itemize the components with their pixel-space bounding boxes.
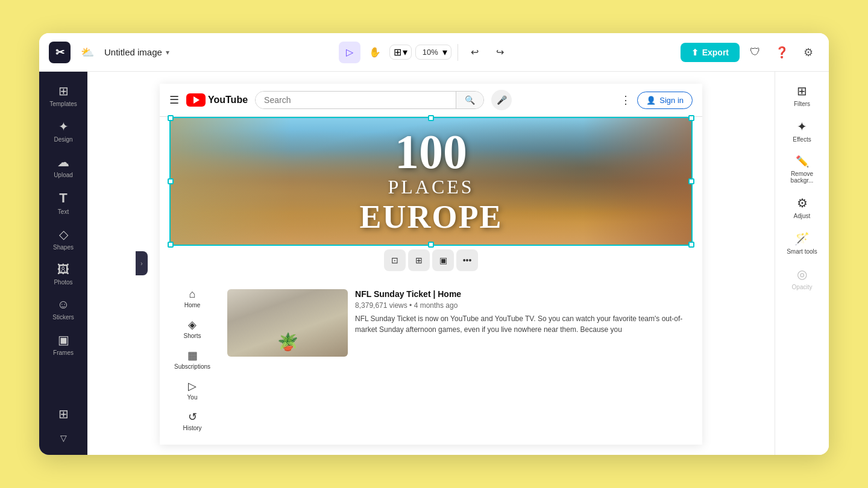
- yt-menu-icon[interactable]: ☰: [169, 93, 179, 107]
- resize-handle-mr[interactable]: [688, 178, 694, 184]
- help-button[interactable]: ❓: [771, 42, 793, 63]
- resize-handle-tm[interactable]: [428, 115, 434, 121]
- sidebar-grid-button[interactable]: ⊞: [43, 402, 84, 426]
- document-title: Untitled image: [104, 47, 162, 57]
- top-bar-right: ⬆ Export 🛡 ❓ ⚙: [681, 42, 819, 63]
- frame-tool-button[interactable]: ▣: [432, 249, 454, 271]
- resize-handle-tr[interactable]: [688, 115, 694, 121]
- upload-label: Upload: [54, 172, 73, 178]
- yt-header-right: ⋮ 👤 Sign in: [620, 92, 693, 109]
- sidebar-expand-button[interactable]: ▽: [43, 428, 84, 448]
- sidebar-item-text[interactable]: T Text: [43, 186, 84, 220]
- shapes-label: Shapes: [53, 244, 74, 251]
- export-button[interactable]: ⬆ Export: [681, 43, 740, 62]
- yt-home-icon: ⌂: [189, 288, 196, 301]
- adjust-tool[interactable]: ⚙ Adjust: [779, 191, 825, 224]
- sidebar-item-design[interactable]: ✦ Design: [43, 114, 84, 148]
- top-bar-center: ▷ ✋ ⊞ ▾ 10% ▾ ↩ ↪: [177, 42, 673, 63]
- yt-video-title[interactable]: NFL Sunday Ticket | Home: [355, 289, 688, 299]
- canvas-layout: ☰ YouTube 🔍: [87, 72, 775, 455]
- yt-thumbnail-image: 🪴: [227, 289, 348, 357]
- cloud-save-icon: ⛅: [81, 46, 94, 59]
- yt-nav-subscriptions[interactable]: ▦ Subscriptions: [169, 345, 215, 374]
- opacity-tool[interactable]: ◎ Opacity: [779, 262, 825, 295]
- toolbar-divider: [458, 44, 458, 61]
- image-toolbar: ⊡ ⊞ ▣ •••: [160, 246, 702, 275]
- yt-shorts-label: Shorts: [184, 333, 201, 339]
- zoom-chevron-icon: ▾: [442, 46, 447, 58]
- yt-you-icon: ▷: [188, 380, 197, 393]
- layout-chevron-icon: ▾: [403, 46, 407, 58]
- smart-tools-icon: 🪄: [794, 231, 810, 246]
- more-tools-button[interactable]: •••: [456, 249, 478, 271]
- yt-search-input[interactable]: [256, 92, 456, 108]
- remove-background-tool[interactable]: ✏️ Remove backgr...: [779, 150, 825, 189]
- effects-icon: ✦: [797, 119, 807, 134]
- filters-label: Filters: [794, 101, 810, 107]
- yt-more-icon[interactable]: ⋮: [620, 93, 631, 107]
- resize-handle-tl[interactable]: [168, 115, 174, 121]
- sidebar-item-photos[interactable]: 🖼 Photos: [43, 258, 84, 290]
- yt-search-button[interactable]: 🔍: [456, 92, 483, 108]
- filters-tool[interactable]: ⊞ Filters: [779, 79, 825, 112]
- resize-handle-bl[interactable]: [168, 242, 174, 248]
- grid-tool-button[interactable]: ⊞: [408, 249, 430, 271]
- yt-nav-history[interactable]: ↺ History: [169, 407, 215, 435]
- stickers-label: Stickers: [52, 314, 74, 321]
- resize-handle-bm[interactable]: [428, 242, 434, 248]
- upload-icon: ☁: [57, 155, 69, 169]
- banner-number: 100: [359, 128, 502, 176]
- yt-logo-icon: [186, 93, 206, 107]
- title-area[interactable]: Untitled image ▾: [104, 47, 169, 57]
- hand-tool-button[interactable]: ✋: [364, 42, 386, 63]
- cursor-tool-button[interactable]: ▷: [339, 42, 360, 63]
- yt-nav-home[interactable]: ⌂ Home: [169, 284, 215, 312]
- redo-button[interactable]: ↪: [489, 42, 511, 63]
- right-sidebar: ⊞ Filters ✦ Effects ✏️ Remove backgr... …: [775, 72, 829, 455]
- yt-sign-in-button[interactable]: 👤 Sign in: [637, 92, 693, 109]
- yt-sidebar-nav: ⌂ Home ◈ Shorts ▦ Subscr: [169, 284, 215, 435]
- shield-button[interactable]: 🛡: [744, 42, 766, 63]
- text-label: Text: [58, 208, 69, 215]
- filters-icon: ⊞: [797, 84, 807, 98]
- yt-sign-in-label: Sign in: [659, 96, 684, 105]
- yt-nav-shorts[interactable]: ◈ Shorts: [169, 314, 215, 343]
- yt-thumbnail[interactable]: 🪴: [227, 289, 348, 357]
- smart-tools-tool[interactable]: 🪄 Smart tools: [779, 227, 825, 260]
- sidebar-item-templates[interactable]: ⊞ Templates: [43, 79, 84, 112]
- sidebar-item-shapes[interactable]: ◇ Shapes: [43, 222, 84, 255]
- zoom-control[interactable]: 10% ▾: [415, 45, 451, 60]
- sidebar-item-stickers[interactable]: ☺ Stickers: [43, 293, 84, 325]
- logo-icon: ✂: [55, 46, 64, 59]
- sidebar-item-frames[interactable]: ▣ Frames: [43, 328, 84, 361]
- layout-selector[interactable]: ⊞ ▾: [389, 45, 412, 60]
- yt-search-bar[interactable]: 🔍: [255, 91, 484, 109]
- yt-mic-button[interactable]: 🎤: [491, 90, 512, 110]
- logo-button[interactable]: ✂: [49, 42, 71, 63]
- sidebar-item-upload[interactable]: ☁ Upload: [43, 150, 84, 183]
- yt-logo[interactable]: YouTube: [186, 93, 248, 107]
- yt-video-desc: NFL Sunday Ticket is now on YouTube and …: [355, 313, 688, 335]
- smart-tools-label: Smart tools: [787, 248, 817, 255]
- crop-tool-button[interactable]: ⊡: [384, 249, 406, 271]
- banner-image[interactable]: 100 PLACES EUROPE: [169, 117, 693, 246]
- canvas-area[interactable]: ☰ YouTube 🔍: [87, 72, 775, 455]
- banner-visual: 100 PLACES EUROPE: [171, 118, 691, 245]
- templates-label: Templates: [49, 101, 77, 107]
- yt-logo-text: YouTube: [208, 95, 248, 105]
- effects-tool[interactable]: ✦ Effects: [779, 114, 825, 148]
- save-to-cloud-button[interactable]: ⛅: [77, 42, 98, 63]
- youtube-mockup: ☰ YouTube 🔍: [160, 84, 702, 445]
- photos-label: Photos: [54, 279, 72, 286]
- resize-handle-br[interactable]: [688, 242, 694, 248]
- yt-plant-icon: 🪴: [277, 332, 298, 352]
- settings-button[interactable]: ⚙: [797, 42, 819, 63]
- resize-handle-ml[interactable]: [168, 178, 174, 184]
- yt-play-icon: [193, 96, 200, 104]
- frames-icon: ▣: [58, 333, 69, 347]
- banner-sub: PLACES: [359, 176, 502, 198]
- remove-bg-label: Remove backgr...: [782, 170, 823, 184]
- sidebar-expand-tab[interactable]: ›: [136, 251, 148, 275]
- yt-nav-you[interactable]: ▷ You: [169, 376, 215, 404]
- undo-button[interactable]: ↩: [464, 42, 486, 63]
